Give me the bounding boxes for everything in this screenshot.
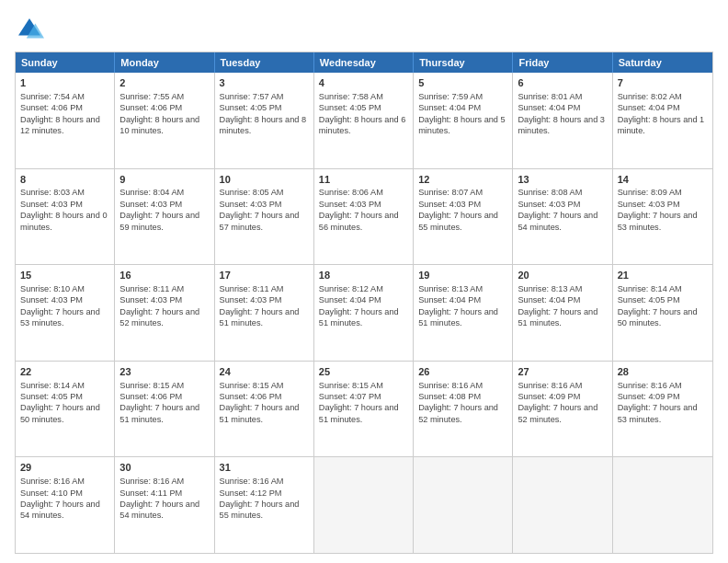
- day-number: 31: [220, 461, 309, 475]
- day-cell-30: 30Sunrise: 8:16 AMSunset: 4:11 PMDayligh…: [115, 457, 214, 553]
- day-info: Sunrise: 8:01 AMSunset: 4:04 PMDaylight:…: [518, 92, 605, 135]
- day-number: 20: [518, 269, 607, 282]
- day-number: 28: [618, 365, 708, 379]
- day-cell-29: 29Sunrise: 8:16 AMSunset: 4:10 PMDayligh…: [16, 457, 115, 553]
- day-cell-5: 5Sunrise: 7:59 AMSunset: 4:04 PMDaylight…: [414, 73, 513, 168]
- day-number: 17: [220, 269, 309, 282]
- day-cell-14: 14Sunrise: 8:09 AMSunset: 4:03 PMDayligh…: [613, 169, 712, 265]
- day-number: 26: [418, 365, 507, 379]
- day-info: Sunrise: 7:54 AMSunset: 4:06 PMDaylight:…: [20, 92, 100, 135]
- day-cell-31: 31Sunrise: 8:16 AMSunset: 4:12 PMDayligh…: [215, 457, 314, 553]
- day-number: 8: [20, 173, 109, 187]
- page: SundayMondayTuesdayWednesdayThursdayFrid…: [0, 0, 728, 563]
- day-number: 15: [20, 269, 109, 282]
- day-info: Sunrise: 8:16 AMSunset: 4:08 PMDaylight:…: [418, 381, 498, 424]
- empty-cell: [314, 457, 414, 553]
- day-number: 1: [20, 76, 109, 90]
- day-info: Sunrise: 8:02 AMSunset: 4:04 PMDaylight:…: [618, 92, 705, 135]
- day-info: Sunrise: 8:16 AMSunset: 4:10 PMDaylight:…: [20, 477, 100, 520]
- day-info: Sunrise: 7:55 AMSunset: 4:06 PMDaylight:…: [119, 92, 199, 135]
- day-info: Sunrise: 8:09 AMSunset: 4:03 PMDaylight:…: [618, 188, 698, 231]
- calendar-row-2: 8Sunrise: 8:03 AMSunset: 4:03 PMDaylight…: [16, 168, 712, 265]
- day-number: 13: [518, 173, 607, 187]
- day-cell-7: 7Sunrise: 8:02 AMSunset: 4:04 PMDaylight…: [613, 73, 712, 168]
- day-cell-3: 3Sunrise: 7:57 AMSunset: 4:05 PMDaylight…: [215, 73, 314, 168]
- day-cell-23: 23Sunrise: 8:15 AMSunset: 4:06 PMDayligh…: [115, 362, 214, 457]
- day-number: 22: [20, 365, 109, 379]
- day-info: Sunrise: 8:16 AMSunset: 4:09 PMDaylight:…: [518, 381, 597, 424]
- day-cell-13: 13Sunrise: 8:08 AMSunset: 4:03 PMDayligh…: [513, 169, 612, 265]
- day-number: 23: [119, 365, 209, 379]
- day-info: Sunrise: 8:04 AMSunset: 4:03 PMDaylight:…: [119, 188, 199, 231]
- day-info: Sunrise: 8:07 AMSunset: 4:03 PMDaylight:…: [418, 188, 498, 231]
- day-info: Sunrise: 8:15 AMSunset: 4:07 PMDaylight:…: [319, 381, 399, 424]
- day-cell-9: 9Sunrise: 8:04 AMSunset: 4:03 PMDaylight…: [115, 169, 214, 265]
- day-info: Sunrise: 8:14 AMSunset: 4:05 PMDaylight:…: [20, 381, 100, 424]
- empty-cell: [513, 457, 612, 553]
- day-cell-28: 28Sunrise: 8:16 AMSunset: 4:09 PMDayligh…: [613, 362, 712, 457]
- calendar-header: SundayMondayTuesdayWednesdayThursdayFrid…: [16, 52, 712, 73]
- day-number: 16: [119, 269, 209, 282]
- header-day-thursday: Thursday: [414, 52, 513, 73]
- day-number: 21: [618, 269, 708, 282]
- day-info: Sunrise: 7:57 AMSunset: 4:05 PMDaylight:…: [220, 92, 307, 135]
- day-number: 24: [220, 365, 309, 379]
- day-cell-1: 1Sunrise: 7:54 AMSunset: 4:06 PMDaylight…: [16, 73, 115, 168]
- calendar-row-4: 22Sunrise: 8:14 AMSunset: 4:05 PMDayligh…: [16, 361, 712, 457]
- day-info: Sunrise: 7:58 AMSunset: 4:05 PMDaylight:…: [319, 92, 406, 135]
- day-number: 5: [418, 76, 507, 90]
- day-info: Sunrise: 8:14 AMSunset: 4:05 PMDaylight:…: [618, 284, 698, 327]
- day-info: Sunrise: 8:08 AMSunset: 4:03 PMDaylight:…: [518, 188, 597, 231]
- day-cell-24: 24Sunrise: 8:15 AMSunset: 4:06 PMDayligh…: [215, 362, 314, 457]
- header-day-saturday: Saturday: [613, 52, 712, 73]
- empty-cell: [414, 457, 513, 553]
- day-number: 11: [319, 173, 408, 187]
- header: [15, 15, 713, 44]
- day-info: Sunrise: 8:06 AMSunset: 4:03 PMDaylight:…: [319, 188, 399, 231]
- calendar-row-5: 29Sunrise: 8:16 AMSunset: 4:10 PMDayligh…: [16, 456, 712, 553]
- day-info: Sunrise: 8:10 AMSunset: 4:03 PMDaylight:…: [20, 284, 100, 327]
- day-number: 2: [119, 76, 209, 90]
- day-number: 25: [319, 365, 408, 379]
- day-cell-21: 21Sunrise: 8:14 AMSunset: 4:05 PMDayligh…: [613, 265, 712, 361]
- day-number: 7: [618, 76, 708, 90]
- header-day-wednesday: Wednesday: [314, 52, 414, 73]
- day-number: 10: [220, 173, 309, 187]
- calendar-body: 1Sunrise: 7:54 AMSunset: 4:06 PMDaylight…: [16, 73, 712, 553]
- day-cell-16: 16Sunrise: 8:11 AMSunset: 4:03 PMDayligh…: [115, 265, 214, 361]
- day-info: Sunrise: 8:16 AMSunset: 4:12 PMDaylight:…: [220, 477, 300, 520]
- logo-icon: [15, 15, 44, 44]
- day-number: 6: [518, 76, 607, 90]
- day-info: Sunrise: 8:15 AMSunset: 4:06 PMDaylight:…: [220, 381, 300, 424]
- day-info: Sunrise: 8:03 AMSunset: 4:03 PMDaylight:…: [20, 188, 108, 231]
- day-number: 14: [618, 173, 708, 187]
- day-cell-11: 11Sunrise: 8:06 AMSunset: 4:03 PMDayligh…: [314, 169, 414, 265]
- day-info: Sunrise: 8:16 AMSunset: 4:09 PMDaylight:…: [618, 381, 698, 424]
- day-cell-8: 8Sunrise: 8:03 AMSunset: 4:03 PMDaylight…: [16, 169, 115, 265]
- day-cell-26: 26Sunrise: 8:16 AMSunset: 4:08 PMDayligh…: [414, 362, 513, 457]
- day-cell-20: 20Sunrise: 8:13 AMSunset: 4:04 PMDayligh…: [513, 265, 612, 361]
- day-cell-6: 6Sunrise: 8:01 AMSunset: 4:04 PMDaylight…: [513, 73, 612, 168]
- day-info: Sunrise: 8:16 AMSunset: 4:11 PMDaylight:…: [119, 477, 199, 520]
- day-cell-10: 10Sunrise: 8:05 AMSunset: 4:03 PMDayligh…: [215, 169, 314, 265]
- day-cell-4: 4Sunrise: 7:58 AMSunset: 4:05 PMDaylight…: [314, 73, 414, 168]
- day-cell-17: 17Sunrise: 8:11 AMSunset: 4:03 PMDayligh…: [215, 265, 314, 361]
- day-info: Sunrise: 8:11 AMSunset: 4:03 PMDaylight:…: [220, 284, 300, 327]
- day-number: 3: [220, 76, 309, 90]
- day-cell-19: 19Sunrise: 8:13 AMSunset: 4:04 PMDayligh…: [414, 265, 513, 361]
- calendar-row-1: 1Sunrise: 7:54 AMSunset: 4:06 PMDaylight…: [16, 73, 712, 168]
- day-cell-22: 22Sunrise: 8:14 AMSunset: 4:05 PMDayligh…: [16, 362, 115, 457]
- day-cell-15: 15Sunrise: 8:10 AMSunset: 4:03 PMDayligh…: [16, 265, 115, 361]
- day-number: 29: [20, 461, 109, 475]
- day-info: Sunrise: 8:13 AMSunset: 4:04 PMDaylight:…: [518, 284, 597, 327]
- header-day-sunday: Sunday: [16, 52, 115, 73]
- day-info: Sunrise: 8:05 AMSunset: 4:03 PMDaylight:…: [220, 188, 300, 231]
- day-cell-12: 12Sunrise: 8:07 AMSunset: 4:03 PMDayligh…: [414, 169, 513, 265]
- logo: [15, 15, 48, 44]
- day-info: Sunrise: 7:59 AMSunset: 4:04 PMDaylight:…: [418, 92, 506, 135]
- day-info: Sunrise: 8:13 AMSunset: 4:04 PMDaylight:…: [418, 284, 498, 327]
- day-number: 27: [518, 365, 607, 379]
- day-cell-27: 27Sunrise: 8:16 AMSunset: 4:09 PMDayligh…: [513, 362, 612, 457]
- header-day-monday: Monday: [115, 52, 214, 73]
- day-number: 18: [319, 269, 408, 282]
